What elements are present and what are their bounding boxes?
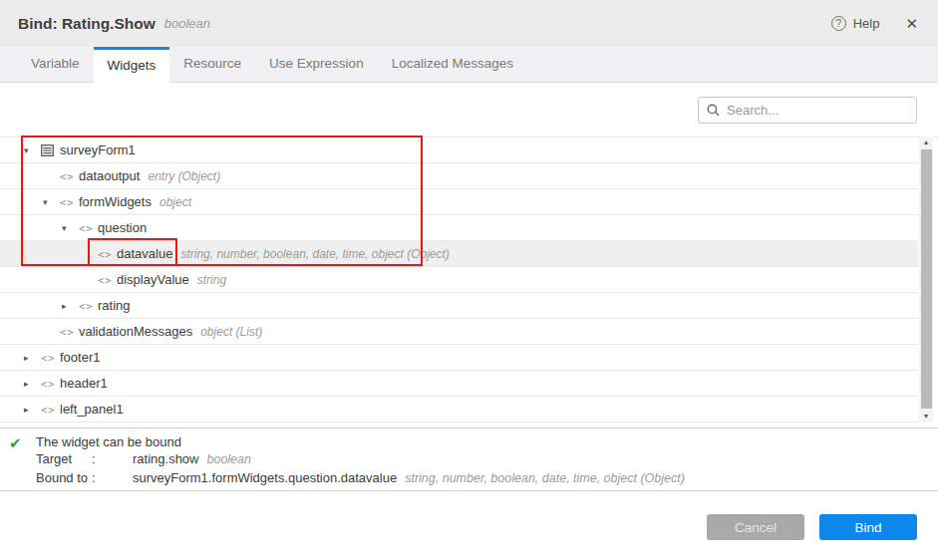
tree-scrollbar[interactable]: ▲ ▼ <box>919 137 933 422</box>
target-row: Target:rating.showboolean <box>36 450 685 468</box>
target-type: boolean <box>206 452 251 466</box>
tree-row-rating[interactable]: ▸ <> rating <box>0 293 918 319</box>
tab-bar: VariableWidgetsResourceUse ExpressionLoc… <box>0 47 938 83</box>
scroll-down-icon[interactable]: ▼ <box>919 411 933 422</box>
expand-arrow-icon[interactable]: ▸ <box>24 353 41 363</box>
bind-button[interactable]: Bind <box>819 514 917 540</box>
code-icon: <> <box>41 352 60 364</box>
tab-variable[interactable]: Variable <box>17 47 94 83</box>
title-type-label: boolean <box>164 16 210 31</box>
tree-row-datavalue[interactable]: <> datavalue string, number, boolean, da… <box>0 241 918 267</box>
tree-row-footer1[interactable]: ▸ <> footer1 <box>0 345 918 371</box>
bound-to-value: surveyForm1.formWidgets.question.dataval… <box>133 470 397 485</box>
dialog-titlebar: Bind: Rating.Show boolean ? Help ✕ <box>0 0 938 47</box>
node-name: surveyForm1 <box>60 142 136 157</box>
tree-row-validationMessages[interactable]: <> validationMessages object (List) <box>0 319 918 345</box>
expand-arrow-icon[interactable]: ▾ <box>43 197 60 207</box>
expand-arrow-icon[interactable]: ▸ <box>62 301 79 311</box>
bound-to-type: string, number, boolean, date, time, obj… <box>405 471 685 485</box>
code-icon: <> <box>79 300 98 312</box>
search-box <box>698 97 917 124</box>
node-type: string <box>197 273 226 287</box>
node-name: footer1 <box>60 350 100 365</box>
code-icon: <> <box>60 326 79 338</box>
node-name: formWidgets <box>79 194 152 209</box>
dialog-title: Bind: Rating.Show <box>18 15 156 33</box>
code-icon: <> <box>41 378 60 390</box>
close-icon[interactable]: ✕ <box>905 16 918 31</box>
node-type: object (List) <box>200 325 262 339</box>
tab-localized-messages[interactable]: Localized Messages <box>378 47 527 83</box>
status-message: The widget can be bound <box>36 433 685 450</box>
tree-row-header1[interactable]: ▸ <> header1 <box>0 371 918 397</box>
expand-arrow-icon[interactable]: ▾ <box>62 223 79 233</box>
node-name: left_panel1 <box>60 402 124 417</box>
cancel-button[interactable]: Cancel <box>707 514 804 540</box>
code-icon: <> <box>79 222 98 234</box>
bind-status-panel: ✔ The widget can be bound Target:rating.… <box>0 427 938 491</box>
form-icon <box>41 144 60 156</box>
node-name: header1 <box>60 376 108 391</box>
tab-widgets[interactable]: Widgets <box>94 47 170 84</box>
node-name: validationMessages <box>79 324 192 339</box>
scroll-thumb[interactable] <box>921 149 932 409</box>
target-label: Target <box>36 450 92 467</box>
help-button[interactable]: Help <box>853 16 880 31</box>
code-icon: <> <box>60 170 79 182</box>
node-name: displayValue <box>117 272 189 287</box>
expand-arrow-icon[interactable]: ▸ <box>24 405 41 415</box>
tab-resource[interactable]: Resource <box>169 47 255 83</box>
bound-to-label: Bound to <box>36 469 92 486</box>
node-name: dataoutput <box>79 168 140 183</box>
node-type: entry (Object) <box>148 169 220 183</box>
search-input[interactable] <box>727 103 908 118</box>
tree-row-surveyForm1[interactable]: ▾ surveyForm1 <box>0 138 918 163</box>
node-type: string, number, boolean, date, time, obj… <box>180 247 449 261</box>
check-icon: ✔ <box>9 433 36 490</box>
code-icon: <> <box>60 196 79 208</box>
tree-row-dataoutput[interactable]: <> dataoutput entry (Object) <box>0 163 918 189</box>
node-type: object <box>159 195 191 209</box>
tree-row-displayValue[interactable]: <> displayValue string <box>0 267 918 293</box>
bound-to-row: Bound to:surveyForm1.formWidgets.questio… <box>36 469 685 487</box>
code-icon: <> <box>98 274 117 286</box>
tree-row-question[interactable]: ▾ <> question <box>0 215 918 241</box>
code-icon: <> <box>98 248 117 260</box>
expand-arrow-icon[interactable]: ▸ <box>24 379 41 389</box>
help-icon[interactable]: ? <box>831 16 846 31</box>
search-icon <box>707 104 720 117</box>
target-value: rating.show <box>133 451 198 466</box>
bind-dialog: Bind: Rating.Show boolean ? Help ✕ Varia… <box>0 0 938 560</box>
tree-row-left_panel1[interactable]: ▸ <> left_panel1 <box>0 397 918 422</box>
tab-use-expression[interactable]: Use Expression <box>255 47 378 83</box>
code-icon: <> <box>41 404 60 416</box>
widget-tree: ▾ surveyForm1 <> dataoutput entry (Objec… <box>0 137 938 422</box>
node-name: rating <box>98 298 131 313</box>
tree-row-formWidgets[interactable]: ▾ <> formWidgets object <box>0 189 918 215</box>
node-name: datavalue <box>117 246 172 261</box>
scroll-up-icon[interactable]: ▲ <box>919 137 933 148</box>
node-name: question <box>98 220 147 235</box>
expand-arrow-icon[interactable]: ▾ <box>24 145 41 155</box>
